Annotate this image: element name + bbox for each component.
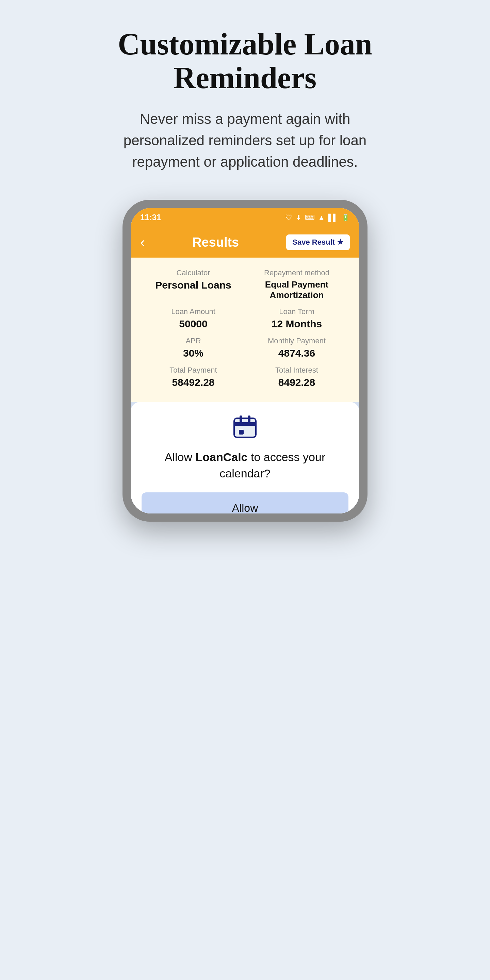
svg-rect-1 xyxy=(234,422,256,426)
dialog-permission-text: Allow LoanCalc to access your calendar? xyxy=(142,449,348,482)
save-result-button[interactable]: Save Result ★ xyxy=(286,234,350,250)
phone-inner: 11:31 🛡 ⬇ ⌨ ▲ ▌▌ 🔋 ‹ Results Save xyxy=(130,208,360,514)
status-bar: 11:31 🛡 ⬇ ⌨ ▲ ▌▌ 🔋 xyxy=(130,208,360,227)
summary-card: Calculator Personal Loans Repayment meth… xyxy=(130,258,360,402)
apr-label: APR xyxy=(142,337,245,345)
status-icons: 🛡 ⬇ ⌨ ▲ ▌▌ 🔋 xyxy=(285,213,350,221)
download-icon: ⬇ xyxy=(296,213,301,221)
dialog-overlay: Allow LoanCalc to access your calendar? … xyxy=(130,402,360,514)
save-result-label: Save Result xyxy=(292,238,335,247)
loan-term-cell: Loan Term 12 Months xyxy=(245,307,348,330)
back-button[interactable]: ‹ xyxy=(140,234,145,250)
calculator-label: Calculator xyxy=(142,269,245,277)
apr-value: 30% xyxy=(142,347,245,359)
signal-icon: ▌▌ xyxy=(328,214,338,221)
svg-rect-4 xyxy=(239,430,243,434)
app-toolbar: ‹ Results Save Result ★ xyxy=(130,227,360,258)
monthly-payment-value: 4874.36 xyxy=(245,347,348,359)
wifi-icon: ▲ xyxy=(318,214,325,221)
loan-term-value: 12 Months xyxy=(245,318,348,330)
loan-term-label: Loan Term xyxy=(245,307,348,316)
content-area: Pa... # Principal Interest Balance #1 20… xyxy=(130,402,360,514)
monthly-payment-cell: Monthly Payment 4874.36 xyxy=(245,337,348,359)
hero-subtitle: Never miss a payment again with personal… xyxy=(112,108,378,172)
toolbar-title: Results xyxy=(192,235,239,250)
calculator-cell: Calculator Personal Loans xyxy=(142,269,245,301)
phone-outer: 11:31 🛡 ⬇ ⌨ ▲ ▌▌ 🔋 ‹ Results Save xyxy=(123,200,368,522)
repayment-label: Repayment method xyxy=(245,269,348,277)
total-interest-value: 8492.28 xyxy=(245,377,348,388)
shield-icon: 🛡 xyxy=(285,214,292,221)
keyboard-icon: ⌨ xyxy=(305,213,315,221)
monthly-payment-label: Monthly Payment xyxy=(245,337,348,345)
loan-amount-label: Loan Amount xyxy=(142,307,245,316)
hero-title: Customizable Loan Reminders xyxy=(109,27,381,95)
dialog-text-before: Allow xyxy=(165,450,196,463)
repayment-value: Equal Payment Amortization xyxy=(245,279,348,301)
phone-container: 11:31 🛡 ⬇ ⌨ ▲ ▌▌ 🔋 ‹ Results Save xyxy=(112,200,378,522)
page-wrapper: Customizable Loan Reminders Never miss a… xyxy=(0,0,490,542)
calendar-icon xyxy=(142,413,348,445)
status-time: 11:31 xyxy=(140,213,161,222)
calendar-permission-dialog: Allow LoanCalc to access your calendar? … xyxy=(130,402,360,514)
loan-amount-cell: Loan Amount 50000 xyxy=(142,307,245,330)
loan-amount-value: 50000 xyxy=(142,318,245,330)
total-interest-cell: Total Interest 8492.28 xyxy=(245,366,348,388)
battery-icon: 🔋 xyxy=(341,213,350,221)
total-payment-value: 58492.28 xyxy=(142,377,245,388)
svg-rect-2 xyxy=(240,415,242,422)
dialog-app-name: LoanCalc xyxy=(196,450,248,463)
svg-rect-3 xyxy=(248,415,250,422)
summary-grid: Calculator Personal Loans Repayment meth… xyxy=(142,269,348,388)
calculator-value: Personal Loans xyxy=(142,279,245,291)
total-payment-label: Total Payment xyxy=(142,366,245,375)
total-interest-label: Total Interest xyxy=(245,366,348,375)
svg-rect-0 xyxy=(234,418,256,437)
star-icon: ★ xyxy=(337,238,344,247)
total-payment-cell: Total Payment 58492.28 xyxy=(142,366,245,388)
apr-cell: APR 30% xyxy=(142,337,245,359)
allow-button[interactable]: Allow xyxy=(142,492,348,514)
repayment-cell: Repayment method Equal Payment Amortizat… xyxy=(245,269,348,301)
